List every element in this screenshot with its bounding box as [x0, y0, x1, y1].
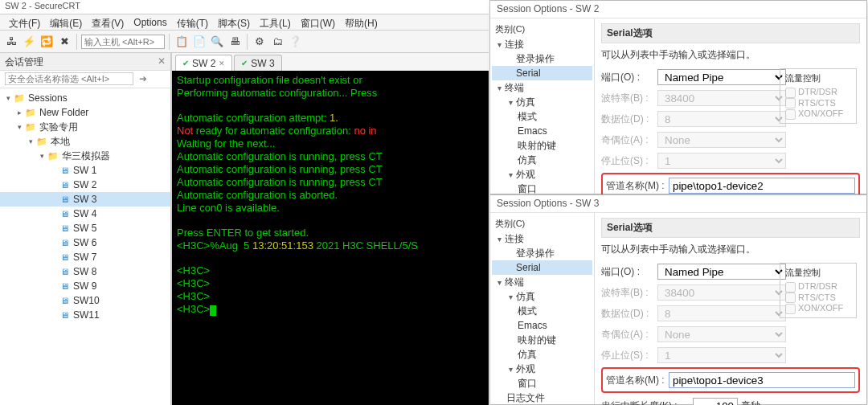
cat-mode[interactable]: 模式 [492, 304, 592, 318]
port-select[interactable]: Named Pipe [657, 264, 786, 280]
category-tree[interactable]: ▾连接 登录操作 Serial ▾终端 ▾仿真 模式 Emacs 映射的键 仿真… [492, 231, 592, 405]
tree-session-sw3[interactable]: 🖥SW 3 [0, 192, 170, 207]
cat-logon[interactable]: 登录操作 [492, 51, 592, 66]
tree-local[interactable]: ▾📁本地 [0, 134, 170, 149]
menu-view[interactable]: 查看(V) [88, 16, 128, 28]
stopbits-select: 1 [657, 153, 786, 169]
cat-serial[interactable]: Serial [492, 260, 592, 275]
cat-serial[interactable]: Serial [492, 66, 592, 80]
menu-window[interactable]: 窗口(W) [297, 16, 339, 28]
status-led-icon: ✔ [182, 59, 189, 68]
session-filter-input[interactable] [5, 72, 133, 85]
session-icon: 🖥 [58, 208, 71, 219]
tree-sessions[interactable]: ▾📁Sessions [0, 91, 170, 105]
port-select[interactable]: Named Pipe [657, 69, 786, 85]
tree-newfolder[interactable]: ▸📁New Folder [0, 105, 170, 120]
chevron-down-icon: ▾ [495, 235, 503, 243]
dialog-title: Session Options - SW 3 [490, 195, 866, 213]
tool-connect-icon[interactable]: 🖧 [3, 34, 19, 50]
cat-connect[interactable]: ▾连接 [492, 37, 592, 51]
menu-transfer[interactable]: 传输(T) [173, 16, 212, 28]
break-label: 串行中断长度(K) : [601, 399, 690, 406]
chevron-down-icon[interactable]: ▾ [26, 137, 35, 145]
cat-emacs[interactable]: Emacs [492, 318, 592, 333]
tool-copy-icon[interactable]: 📋 [174, 34, 190, 50]
cat-emacs[interactable]: Emacs [492, 124, 592, 138]
tree-session-sw1[interactable]: 🖥SW 1 [0, 163, 170, 178]
tree-session-sw2[interactable]: 🖥SW 2 [0, 178, 170, 192]
close-icon[interactable]: ✕ [158, 55, 166, 68]
pipe-name-input[interactable] [669, 372, 855, 388]
tool-session-icon[interactable]: 🗂 [269, 34, 285, 50]
tool-print-icon[interactable]: 🖶 [227, 34, 243, 50]
tree-simulator[interactable]: ▾📁华三模拟器 [0, 149, 170, 163]
cat-terminal[interactable]: ▾终端 [492, 275, 592, 289]
data-label: 数据位(D) : [601, 307, 657, 321]
tool-quickconnect-icon[interactable]: ⚡ [21, 34, 37, 50]
rts-checkbox: RTS/CTS [785, 98, 851, 109]
cat-mapkeys[interactable]: 映射的键 [492, 138, 592, 153]
cat-terminal[interactable]: ▾终端 [492, 80, 592, 95]
tool-disconnect-icon[interactable]: ✖ [56, 34, 72, 50]
arrow-icon[interactable]: ➜ [139, 73, 147, 84]
tree-session-sw11[interactable]: 🖥SW11 [0, 308, 170, 322]
terminal[interactable]: Startup configuration file doesn't exist… [172, 71, 489, 405]
tab-sw3[interactable]: ✔SW 3 [234, 55, 281, 71]
session-icon: 🖥 [58, 223, 71, 234]
tool-props-icon[interactable]: ⚙ [252, 34, 268, 50]
cat-emulation[interactable]: ▾仿真 [492, 289, 592, 304]
xon-checkbox: XON/XOFF [785, 108, 851, 120]
tool-paste-icon[interactable]: 📄 [191, 34, 207, 50]
cat-appearance[interactable]: ▾外观 [492, 362, 592, 376]
cat-emu2[interactable]: 仿真 [492, 153, 592, 167]
dialog-title: Session Options - SW 2 [490, 1, 866, 18]
tree-session-sw10[interactable]: 🖥SW10 [0, 293, 170, 308]
chevron-down-icon: ▾ [506, 365, 514, 374]
parity-select: None [657, 132, 786, 148]
tree-session-sw4[interactable]: 🖥SW 4 [0, 207, 170, 221]
cat-mapkeys[interactable]: 映射的键 [492, 333, 592, 347]
break-length-input[interactable] [693, 398, 738, 405]
session-icon: 🖥 [58, 309, 71, 321]
pipe-name-input[interactable] [669, 178, 855, 194]
tree-session-sw8[interactable]: 🖥SW 8 [0, 264, 170, 279]
menu-edit[interactable]: 编辑(E) [46, 16, 86, 28]
session-tree[interactable]: ▾📁Sessions ▸📁New Folder ▾📁实验专用 ▾📁本地 ▾📁华三… [0, 88, 170, 405]
menu-options[interactable]: Options [129, 16, 170, 28]
cat-window[interactable]: 窗口 [492, 376, 592, 391]
session-manager: 会话管理 ✕ ➜ ▾📁Sessions ▸📁New Folder ▾📁实验专用 … [0, 53, 171, 405]
chevron-down-icon[interactable]: ▾ [3, 94, 13, 102]
baud-select: 38400 [657, 90, 786, 106]
databits-select: 8 [657, 305, 786, 321]
data-label: 数据位(D) : [601, 112, 657, 126]
tool-find-icon[interactable]: 🔍 [209, 34, 225, 50]
cat-mode[interactable]: 模式 [492, 109, 592, 124]
menu-file[interactable]: 文件(F) [5, 16, 44, 28]
menu-script[interactable]: 脚本(S) [214, 16, 254, 28]
toolbar: 🖧 ⚡ 🔁 ✖ 📋 📄 🔍 🖶 ⚙ 🗂 ❔ [0, 31, 489, 53]
menu-help[interactable]: 帮助(H) [341, 16, 382, 28]
chevron-down-icon[interactable]: ▾ [14, 123, 24, 131]
tree-experiment[interactable]: ▾📁实验专用 [0, 120, 170, 134]
tool-reconnect-icon[interactable]: 🔁 [39, 34, 55, 50]
tool-help-icon[interactable]: ❔ [287, 34, 303, 50]
close-tab-icon[interactable]: ✕ [219, 59, 225, 68]
cat-emu2[interactable]: 仿真 [492, 347, 592, 362]
tree-session-sw5[interactable]: 🖥SW 5 [0, 221, 170, 235]
cat-appearance[interactable]: ▾外观 [492, 167, 592, 182]
chevron-down-icon[interactable]: ▾ [37, 152, 47, 160]
chevron-right-icon[interactable]: ▸ [14, 108, 24, 117]
tree-session-sw9[interactable]: 🖥SW 9 [0, 279, 170, 293]
cat-logon[interactable]: 登录操作 [492, 246, 592, 260]
cat-emulation[interactable]: ▾仿真 [492, 95, 592, 109]
tree-session-sw7[interactable]: 🖥SW 7 [0, 250, 170, 264]
tree-session-sw6[interactable]: 🖥SW 6 [0, 235, 170, 250]
chevron-down-icon: ▾ [506, 292, 514, 301]
options-desc: 可以从列表中手动输入或选择端口。 [601, 48, 860, 62]
host-input[interactable] [81, 35, 165, 49]
cat-logfile[interactable]: 日志文件 [492, 391, 592, 405]
menu-tools[interactable]: 工具(L) [256, 16, 295, 28]
tab-sw2[interactable]: ✔SW 2✕ [175, 55, 232, 71]
cat-connect[interactable]: ▾连接 [492, 231, 592, 246]
flow-label: 流量控制 [785, 267, 851, 279]
